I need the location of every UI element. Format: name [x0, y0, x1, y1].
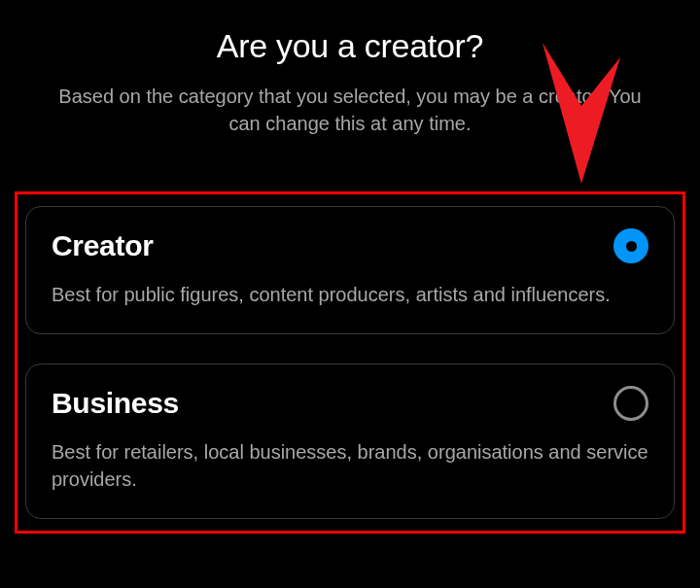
option-business[interactable]: Business Best for retailers, local busin… — [25, 363, 675, 519]
option-creator[interactable]: Creator Best for public figures, content… — [25, 206, 675, 334]
options-highlight-box: Creator Best for public figures, content… — [15, 191, 685, 534]
radio-unselected-icon[interactable] — [613, 386, 648, 421]
option-business-description: Best for retailers, local businesses, br… — [52, 438, 648, 493]
option-creator-description: Best for public figures, content produce… — [52, 281, 648, 308]
page-subtitle: Based on the category that you selected,… — [15, 65, 685, 137]
option-business-title: Business — [52, 387, 179, 420]
radio-selected-icon[interactable] — [613, 228, 648, 263]
option-creator-title: Creator — [52, 229, 154, 262]
page-title: Are you a creator? — [15, 0, 685, 65]
